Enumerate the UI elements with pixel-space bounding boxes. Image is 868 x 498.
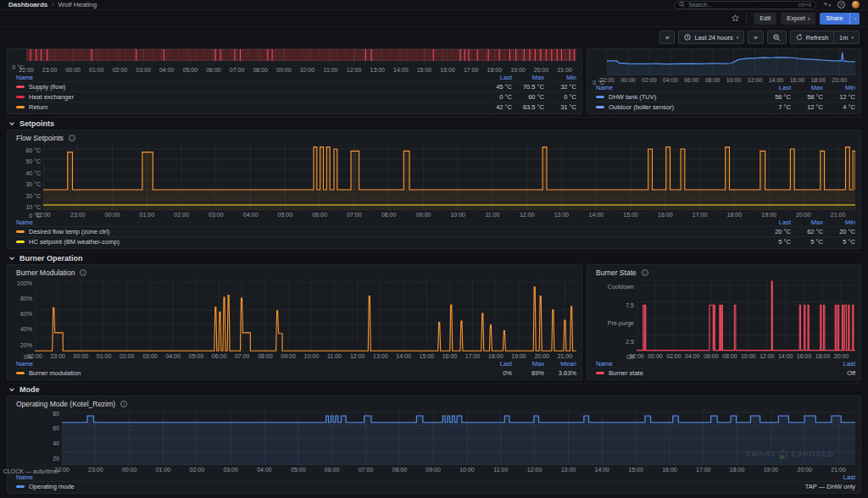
legend-column-min[interactable]: Min (544, 74, 576, 81)
legend-label[interactable]: Outdoor (boiler sensor) (609, 103, 674, 111)
time-shift-forward-button[interactable]: » (748, 30, 763, 44)
new-button[interactable]: + ▾ (823, 1, 831, 8)
legend-column-last[interactable]: Last (787, 360, 855, 368)
info-icon[interactable] (69, 135, 75, 141)
operating-mode-chart[interactable] (62, 410, 855, 465)
section-burner-operation[interactable]: Burner Operation (7, 252, 861, 263)
legend-label[interactable]: Supply (flow) (29, 83, 65, 91)
breadcrumb: Dashboards › Wolf Heating (8, 1, 97, 8)
x-tick-label: 07:00 (359, 467, 374, 473)
flow-setpoints-chart[interactable] (43, 144, 855, 210)
info-icon[interactable] (642, 269, 648, 276)
breadcrumb-dashboards[interactable]: Dashboards (8, 1, 47, 8)
legend-label[interactable]: Return (29, 103, 48, 111)
share-button[interactable]: Share ▾ (820, 13, 860, 25)
zoom-out-button[interactable] (767, 30, 787, 44)
info-icon[interactable] (120, 401, 127, 407)
x-tick-label: 04:00 (663, 77, 678, 83)
x-tick-label: 00:00 (620, 77, 636, 83)
section-mode[interactable]: Mode (7, 383, 861, 394)
favorite-star-button[interactable] (732, 14, 739, 22)
legend-row: Heat exchanger0 °C60 °C0 °C (13, 91, 576, 102)
export-button[interactable]: Export ▾ (781, 13, 815, 25)
legend-column-last[interactable]: Last (480, 74, 512, 81)
legend-label[interactable]: DHW tank (TUV) (609, 93, 656, 101)
x-tick-label: 23:00 (50, 353, 65, 359)
legend-column-max[interactable]: Max (512, 360, 544, 368)
y-tick-label: 40% (20, 326, 32, 332)
breadcrumb-current[interactable]: Wolf Heating (58, 1, 97, 8)
legend-header: NameLast (13, 473, 855, 481)
legend-label[interactable]: Operating mode (29, 483, 75, 490)
x-tick-label: 12:00 (760, 353, 775, 359)
help-button[interactable]: ? (837, 1, 845, 8)
x-tick-label: 03:00 (209, 212, 224, 218)
legend-swatch (16, 230, 25, 233)
info-icon[interactable] (80, 269, 86, 276)
supply-temperatures-chart[interactable] (26, 49, 576, 65)
legend-label[interactable]: Heat exchanger (29, 93, 74, 101)
y-tick-label: 80% (20, 295, 32, 301)
legend-column-max[interactable]: Max (791, 219, 823, 226)
legend-column-name[interactable]: Name (13, 360, 480, 368)
x-tick-label: 02:00 (113, 67, 128, 73)
legend-column-min[interactable]: Min (823, 84, 855, 91)
legend-column-name[interactable]: Name (593, 84, 759, 91)
x-tick-label: 20:00 (832, 77, 848, 83)
legend-column-last[interactable]: Last (759, 84, 791, 91)
panel-title[interactable]: Burner State (593, 267, 855, 279)
nav-actions: Search... ctrl+k + ▾ ? (674, 1, 860, 9)
section-setpoints[interactable]: Setpoints (7, 117, 861, 128)
burner-modulation-chart[interactable] (35, 279, 576, 351)
panel-title[interactable]: Burner Modulation (13, 267, 576, 279)
refresh-interval-select[interactable]: 1m ▾ (834, 30, 860, 44)
burner-state-chart[interactable] (637, 279, 855, 351)
x-tick-label: 15:00 (419, 353, 434, 359)
x-tick-label: 18:00 (487, 67, 503, 73)
legend-label[interactable]: Desired flow temp (zone ctrl) (29, 228, 109, 235)
legend-column-last[interactable]: Last (759, 219, 791, 226)
legend-label[interactable]: HC setpoint (BM weather-comp) (29, 238, 120, 246)
x-tick-label: 18:00 (488, 353, 504, 359)
x-axis: 22:0023:0000:0001:0002:0003:0004:0005:00… (62, 465, 855, 473)
legend-dhw: NameLastMaxMinDHW tank (TUV)56 °C58 °C12… (593, 84, 855, 112)
legend-swatch (16, 106, 25, 108)
y-tick-label: CLOCK — auto/timer (3, 468, 59, 474)
legend-column-max[interactable]: Max (512, 74, 544, 81)
search-input[interactable]: Search... ctrl+k (674, 1, 816, 9)
legend-label[interactable]: Burner modulation (29, 369, 81, 377)
edit-button[interactable]: Edit (754, 13, 776, 25)
search-shortcut: ctrl+k (798, 2, 812, 8)
legend-value: 5 °C (791, 238, 823, 246)
time-shift-back-button[interactable]: « (659, 30, 675, 44)
time-range-picker[interactable]: Last 24 hours ▾ (678, 30, 744, 44)
legend-column-name[interactable]: Name (13, 74, 480, 81)
legend-value: 5 °C (823, 238, 855, 246)
x-tick-label: 18:00 (727, 212, 743, 218)
legend-column-max[interactable]: Max (791, 84, 823, 91)
refresh-button[interactable]: Refresh (790, 30, 834, 44)
legend-column-name[interactable]: Name (13, 219, 759, 226)
help-icon: ? (837, 1, 845, 8)
legend-column-last[interactable]: Last (480, 360, 512, 368)
y-tick-label: 40 °C (25, 169, 41, 175)
x-tick-label: 04:00 (257, 467, 272, 473)
legend-column-min[interactable]: Min (823, 219, 855, 226)
avatar[interactable] (852, 1, 860, 8)
x-tick-label: 20:00 (796, 212, 811, 218)
legend-column-mean[interactable]: Mean (544, 360, 576, 368)
panel-title[interactable]: Flow Setpoints (13, 132, 855, 144)
legend-column-last[interactable]: Last (787, 473, 855, 481)
share-menu-button[interactable]: ▾ (849, 13, 860, 25)
x-tick-label: 15:00 (623, 212, 638, 218)
legend-column-name[interactable]: Name (13, 473, 787, 481)
x-tick-label: 06:00 (212, 353, 227, 359)
y-tick-label: 20 °C (25, 192, 41, 198)
x-tick-label: 17:00 (693, 212, 708, 218)
x-tick-label: 14:00 (778, 353, 793, 359)
panel-title[interactable]: Operating Mode (Kotel_Rezim) (13, 398, 855, 410)
legend-column-name[interactable]: Name (593, 360, 787, 368)
dhw-outdoor-chart[interactable] (607, 49, 855, 75)
x-tick-label: 01:00 (97, 353, 112, 359)
legend-label[interactable]: Burner state (609, 369, 643, 377)
